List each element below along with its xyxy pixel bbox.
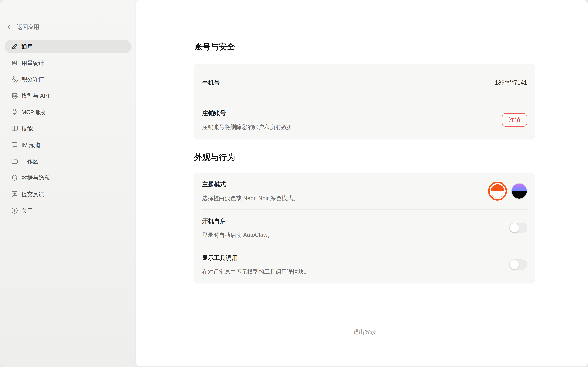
autostart-texts: 开机自启 登录时自动启动 AutoClaw。 — [202, 217, 273, 239]
sidebar-nav: 通用 用量统计 积分详情 模型与 API MCP 服务 技能 — [5, 40, 132, 217]
sidebar-item-feedback[interactable]: 提交反馈 — [5, 187, 132, 201]
sidebar-item-label: 积分详情 — [22, 75, 44, 83]
phone-number-label: 手机号 — [202, 79, 220, 87]
pen-icon — [11, 43, 18, 50]
delete-account-button[interactable]: 注销 — [502, 113, 527, 126]
toggle-knob — [510, 260, 519, 269]
delete-account-texts: 注销账号 注销账号将删除您的账户和所有数据 — [202, 109, 292, 131]
sidebar-item-label: 工作区 — [22, 158, 39, 165]
message-square-icon — [11, 142, 18, 148]
cpu-icon — [11, 92, 18, 99]
theme-mode-row: 主题模式 选择橙白浅色或 Neon Noir 深色模式。 — [194, 173, 535, 209]
show-tool-calls-description: 在对话消息中展示模型的工具调用详情块。 — [202, 268, 309, 275]
show-tool-calls-row: 显示工具调用 在对话消息中展示模型的工具调用详情块。 — [194, 246, 535, 283]
sidebar-item-about[interactable]: 关于 — [5, 204, 132, 217]
account-security-card: 手机号 139****7141 注销账号 注销账号将删除您的账户和所有数据 注销 — [194, 64, 535, 139]
sidebar-item-label: IM 频道 — [22, 141, 41, 149]
logout-link[interactable]: 退出登录 — [194, 328, 535, 336]
sidebar-item-label: MCP 服务 — [22, 108, 47, 116]
phone-number-value: 139****7141 — [495, 79, 527, 86]
autostart-toggle[interactable] — [509, 223, 527, 233]
theme-mode-description: 选择橙白浅色或 Neon Noir 深色模式。 — [202, 194, 298, 202]
delete-account-row: 注销账号 注销账号将删除您的账户和所有数据 注销 — [194, 101, 535, 139]
sidebar: 返回应用 通用 用量统计 积分详情 模型与 API MCP 服务 — [0, 0, 136, 367]
autostart-description: 登录时自动启动 AutoClaw。 — [202, 231, 273, 239]
sidebar-item-im-channels[interactable]: IM 频道 — [5, 138, 132, 152]
delete-account-description: 注销账号将删除您的账户和所有数据 — [202, 123, 292, 131]
sidebar-item-label: 技能 — [22, 125, 33, 133]
back-to-app-label: 返回应用 — [17, 23, 39, 31]
sidebar-item-models-api[interactable]: 模型与 API — [5, 89, 132, 102]
folder-icon — [11, 158, 18, 165]
sidebar-item-label: 数据与隐私 — [22, 174, 50, 182]
shield-icon — [11, 175, 18, 181]
sidebar-item-skills[interactable]: 技能 — [5, 122, 132, 135]
sidebar-item-general[interactable]: 通用 — [5, 40, 132, 53]
sidebar-item-label: 提交反馈 — [22, 190, 44, 198]
main-panel: 账号与安全 手机号 139****7141 注销账号 注销账号将删除您的账户和所… — [136, 0, 588, 366]
book-open-icon — [11, 125, 18, 132]
sidebar-item-mcp-services[interactable]: MCP 服务 — [5, 105, 132, 119]
settings-window: 返回应用 通用 用量统计 积分详情 模型与 API MCP 服务 — [0, 0, 588, 367]
phone-number-row: 手机号 139****7141 — [194, 65, 535, 100]
theme-mode-texts: 主题模式 选择橙白浅色或 Neon Noir 深色模式。 — [202, 180, 298, 202]
back-to-app-link[interactable]: 返回应用 — [7, 23, 39, 31]
autostart-row: 开机自启 登录时自动启动 AutoClaw。 — [194, 210, 535, 246]
bar-chart-icon — [11, 60, 18, 66]
arrow-left-icon — [7, 24, 13, 30]
settings-content: 账号与安全 手机号 139****7141 注销账号 注销账号将删除您的账户和所… — [194, 0, 535, 336]
autostart-title: 开机自启 — [202, 217, 273, 225]
sidebar-item-data-privacy[interactable]: 数据与隐私 — [5, 171, 132, 184]
orange-light-swatch-icon — [491, 184, 504, 198]
sidebar-item-label: 通用 — [22, 43, 33, 50]
sidebar-item-label: 用量统计 — [22, 59, 44, 67]
sidebar-item-label: 关于 — [22, 207, 33, 215]
toggle-knob — [510, 223, 519, 232]
theme-swatches — [488, 182, 527, 200]
sidebar-item-usage-stats[interactable]: 用量统计 — [5, 56, 132, 70]
section-title-appearance-behavior: 外观与行为 — [194, 152, 535, 162]
sidebar-item-label: 模型与 API — [22, 92, 49, 100]
theme-mode-title: 主题模式 — [202, 180, 298, 188]
sidebar-item-workspace[interactable]: 工作区 — [5, 155, 132, 168]
show-tool-calls-texts: 显示工具调用 在对话消息中展示模型的工具调用详情块。 — [202, 254, 309, 275]
delete-account-title: 注销账号 — [202, 109, 292, 117]
show-tool-calls-toggle[interactable] — [509, 259, 527, 270]
appearance-behavior-card: 主题模式 选择橙白浅色或 Neon Noir 深色模式。 开机自启 登录时自动 — [194, 173, 535, 283]
message-square-plus-icon — [11, 191, 18, 197]
theme-option-orange-light[interactable] — [488, 182, 507, 200]
info-icon — [11, 207, 18, 214]
theme-option-neon-noir-dark[interactable] — [511, 183, 527, 199]
section-title-account-security: 账号与安全 — [194, 42, 535, 52]
show-tool-calls-title: 显示工具调用 — [202, 254, 309, 262]
plug-icon — [11, 109, 18, 115]
coins-icon — [11, 76, 18, 83]
sidebar-item-credits[interactable]: 积分详情 — [5, 73, 132, 86]
